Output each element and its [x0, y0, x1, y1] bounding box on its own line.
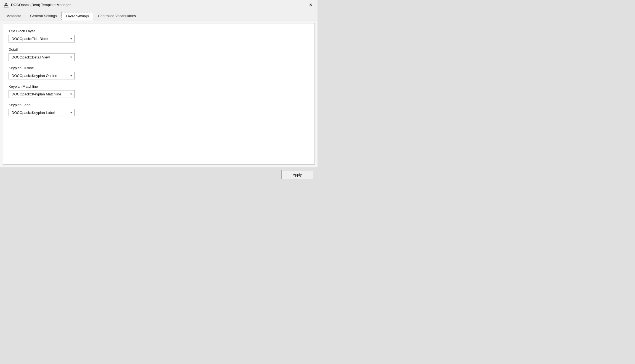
app-icon: [3, 2, 9, 8]
tab-bar: Metadata General Settings Layer Settings…: [0, 10, 318, 20]
dropdown-wrapper-detail: DOCOpack::Detail View ▼: [9, 53, 75, 61]
label-keyplan-matchline: Keyplan Matchline: [9, 84, 309, 89]
select-keyplan-outline[interactable]: DOCOpack::Keyplan Outline: [9, 72, 75, 79]
footer: Apply: [0, 167, 318, 182]
label-keyplan-outline: Keyplan Outline: [9, 66, 309, 70]
title-bar: DOCOpack (Beta) Template Manager ✕: [0, 0, 318, 10]
main-content: Title Block Layer DOCOpack::Title Block …: [0, 20, 318, 167]
dropdown-wrapper-keyplan-label: DOCOpack::Keyplan Label ▼: [9, 109, 75, 116]
dropdown-wrapper-keyplan-outline: DOCOpack::Keyplan Outline ▼: [9, 72, 75, 79]
field-keyplan-outline: Keyplan Outline DOCOpack::Keyplan Outlin…: [9, 66, 309, 79]
select-title-block-layer[interactable]: DOCOpack::Title Block: [9, 35, 75, 42]
label-title-block-layer: Title Block Layer: [9, 29, 309, 33]
select-detail[interactable]: DOCOpack::Detail View: [9, 53, 75, 61]
tab-general-settings[interactable]: General Settings: [26, 12, 61, 20]
close-button[interactable]: ✕: [307, 2, 314, 8]
field-detail: Detail DOCOpack::Detail View ▼: [9, 47, 309, 61]
dropdown-wrapper-keyplan-matchline: DOCOpack::Keyplan Matchline ▼: [9, 90, 75, 98]
title-bar-left: DOCOpack (Beta) Template Manager: [3, 2, 71, 8]
field-keyplan-matchline: Keyplan Matchline DOCOpack::Keyplan Matc…: [9, 84, 309, 98]
dropdown-wrapper-title-block-layer: DOCOpack::Title Block ▼: [9, 35, 75, 42]
label-detail: Detail: [9, 47, 309, 52]
apply-button[interactable]: Apply: [281, 170, 313, 179]
window-title: DOCOpack (Beta) Template Manager: [11, 3, 71, 7]
select-keyplan-matchline[interactable]: DOCOpack::Keyplan Matchline: [9, 90, 75, 98]
content-area: Title Block Layer DOCOpack::Title Block …: [3, 23, 315, 165]
tab-metadata[interactable]: Metadata: [2, 12, 25, 20]
label-keyplan-label: Keyplan Label: [9, 103, 309, 107]
tab-layer-settings[interactable]: Layer Settings: [62, 12, 93, 20]
field-title-block-layer: Title Block Layer DOCOpack::Title Block …: [9, 29, 309, 42]
tab-controlled-vocabularies[interactable]: Controlled Vocabularies: [94, 12, 140, 20]
field-keyplan-label: Keyplan Label DOCOpack::Keyplan Label ▼: [9, 103, 309, 116]
select-keyplan-label[interactable]: DOCOpack::Keyplan Label: [9, 109, 75, 116]
